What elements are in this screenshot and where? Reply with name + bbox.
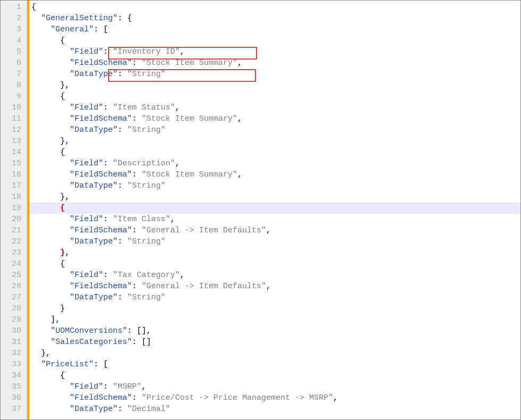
line-number: 9 (3, 91, 21, 102)
code-line[interactable]: "FieldSchema": "General -> Item Defaults… (29, 225, 520, 236)
json-key: "UOMConversions" (51, 326, 127, 335)
json-key: "DataType" (70, 405, 118, 414)
json-key: "Field" (70, 103, 103, 112)
code-line[interactable]: }, (29, 191, 520, 203)
code-line[interactable]: { (29, 91, 520, 102)
json-punct: : (132, 58, 142, 68)
line-number: 28 (3, 303, 21, 314)
json-punct: : (103, 215, 113, 224)
line-number: 3 (3, 24, 21, 35)
code-line[interactable]: "FieldSchema": "Stock Item Summary", (29, 57, 520, 69)
json-key: "Field" (70, 215, 103, 224)
code-line[interactable]: "Field": "Tax Category", (29, 270, 520, 281)
json-punct: , (142, 382, 146, 391)
code-line[interactable]: "DataType": "String" (29, 124, 520, 136)
line-number: 19 (3, 203, 21, 214)
line-number-gutter: 1234567891011121314151617181920212223242… (1, 1, 27, 419)
code-line[interactable]: { (29, 203, 520, 214)
json-key: "DataType" (70, 181, 118, 190)
json-punct: : (103, 47, 113, 56)
line-number: 12 (3, 124, 21, 136)
json-punct: } (60, 304, 65, 313)
line-number: 17 (3, 180, 21, 191)
json-punct: , (65, 248, 70, 257)
code-line[interactable]: { (29, 35, 520, 46)
code-line[interactable]: { (29, 147, 520, 158)
code-line[interactable]: "FieldSchema": "Price/Cost -> Price Mana… (29, 392, 520, 404)
code-line[interactable]: "FieldSchema": "Stock Item Summary", (29, 113, 520, 124)
code-line[interactable]: "DataType": "String" (29, 180, 520, 191)
code-line[interactable]: "Field": "Item Class", (29, 214, 520, 225)
json-punct: , (333, 393, 338, 402)
json-punct: , (237, 114, 242, 123)
code-line[interactable]: "FieldSchema": "General -> Item Defaults… (29, 281, 520, 292)
code-line[interactable]: "Field": "Item Status", (29, 102, 520, 113)
code-line[interactable]: "Field": "Description", (29, 158, 520, 169)
code-line[interactable]: "UOMConversions": [], (29, 325, 520, 337)
code-line[interactable]: "Field": "MSRP", (29, 381, 520, 392)
line-number: 1 (3, 2, 21, 13)
json-punct: , (175, 159, 180, 168)
json-string: "Inventory ID" (113, 47, 180, 56)
json-punct: { (60, 204, 65, 213)
json-punct: : [], (127, 326, 151, 335)
json-punct: : (132, 393, 142, 402)
code-line[interactable]: }, (29, 80, 520, 91)
json-key: "Field" (70, 47, 103, 56)
code-line[interactable]: }, (29, 348, 520, 359)
code-line[interactable]: { (29, 2, 520, 13)
code-line[interactable]: "General": [ (29, 24, 520, 35)
json-punct: { (60, 148, 65, 157)
code-content-area[interactable]: {"GeneralSetting": {"General": [{"Field"… (29, 1, 520, 419)
code-line[interactable]: "DataType": "String" (29, 292, 520, 303)
code-line[interactable]: "DataType": "Decimal" (29, 404, 520, 415)
code-line[interactable]: "SalesCategories": [] (29, 337, 520, 348)
line-number: 11 (3, 113, 21, 124)
line-number: 34 (3, 370, 21, 381)
line-number: 4 (3, 35, 21, 46)
line-number: 15 (3, 158, 21, 169)
code-line[interactable]: } (29, 303, 520, 314)
json-key: "GeneralSetting" (41, 14, 118, 23)
code-editor[interactable]: 1234567891011121314151617181920212223242… (0, 0, 521, 420)
line-number: 6 (3, 57, 21, 69)
json-punct: : { (118, 14, 132, 23)
json-key: "FieldSchema" (70, 226, 132, 235)
line-number: 23 (3, 247, 21, 258)
json-punct: : (103, 382, 113, 391)
code-line[interactable]: "FieldSchema": "Stock Item Summary", (29, 169, 520, 180)
code-line[interactable]: { (29, 370, 520, 381)
line-number: 2 (3, 13, 21, 24)
code-line[interactable]: }, (29, 136, 520, 147)
json-key: "DataType" (70, 125, 118, 135)
code-line[interactable]: "PriceList": [ (29, 359, 520, 370)
json-punct: { (60, 259, 65, 268)
json-string: "MSRP" (113, 382, 142, 391)
json-string: "General -> Item Defaults" (142, 282, 266, 291)
code-line[interactable]: "Field": "Inventory ID", (29, 46, 520, 57)
json-punct: { (60, 92, 65, 101)
json-string: "Decimal" (127, 405, 170, 414)
json-punct: { (60, 36, 65, 45)
code-line[interactable]: }, (29, 247, 520, 258)
code-line[interactable]: "DataType": "String" (29, 69, 520, 80)
line-number: 31 (3, 337, 21, 348)
line-number: 30 (3, 325, 21, 337)
line-number: 14 (3, 147, 21, 158)
code-line[interactable]: ], (29, 314, 520, 325)
json-punct: : (118, 181, 127, 190)
line-number: 36 (3, 392, 21, 404)
json-punct: } (60, 248, 65, 257)
line-number: 32 (3, 348, 21, 359)
code-line[interactable]: "DataType": "String" (29, 236, 520, 247)
json-punct: , (170, 215, 175, 224)
code-line[interactable]: "GeneralSetting": { (29, 13, 520, 24)
json-punct: : (132, 114, 142, 123)
line-number: 5 (3, 46, 21, 57)
json-punct: , (237, 170, 242, 179)
json-key: "PriceList" (41, 360, 94, 369)
line-number: 27 (3, 292, 21, 303)
line-number: 21 (3, 225, 21, 236)
json-punct: : [ (94, 25, 108, 34)
code-line[interactable]: { (29, 258, 520, 270)
